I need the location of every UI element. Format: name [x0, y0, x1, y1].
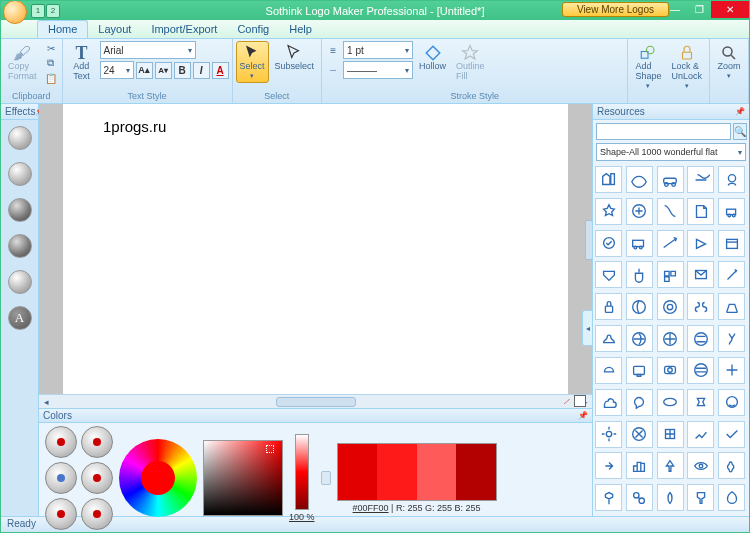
outline-fill-button[interactable]: Outline Fill — [452, 41, 489, 85]
copy-icon[interactable]: ⧉ — [43, 56, 59, 70]
close-button[interactable]: ✕ — [711, 1, 749, 18]
search-icon[interactable]: 🔍 — [733, 123, 747, 140]
maximize-button[interactable]: ❐ — [687, 1, 711, 18]
effect-text[interactable]: A — [8, 306, 32, 330]
shape-item-38[interactable] — [687, 389, 714, 416]
current-color-swatch[interactable] — [574, 395, 586, 407]
shape-item-6[interactable] — [626, 198, 653, 225]
subselect-button[interactable]: Subselect — [271, 41, 319, 75]
knob-5[interactable] — [45, 498, 77, 530]
shape-item-42[interactable] — [657, 421, 684, 448]
shape-item-50[interactable] — [595, 484, 622, 511]
font-size-up-button[interactable]: A▴ — [136, 62, 153, 79]
shape-item-45[interactable] — [595, 452, 622, 479]
saturation-value-box[interactable] — [203, 440, 283, 516]
eyedropper-icon[interactable]: ⟋ — [561, 395, 572, 407]
paste-icon[interactable]: 📋 — [43, 71, 59, 85]
knob-3[interactable] — [45, 462, 77, 494]
stroke-width-combo[interactable]: 1 pt▾ — [343, 41, 413, 59]
tab-home[interactable]: Home — [37, 20, 88, 38]
resource-search-input[interactable] — [596, 123, 731, 140]
shape-item-20[interactable] — [595, 293, 622, 320]
canvas[interactable]: 1progs.ru — [63, 104, 568, 394]
shape-item-25[interactable] — [595, 325, 622, 352]
qa-btn-2[interactable]: 2 — [46, 4, 60, 18]
italic-button[interactable]: I — [193, 62, 210, 79]
shape-item-19[interactable] — [718, 261, 745, 288]
knob-4[interactable] — [81, 462, 113, 494]
knob-2[interactable] — [81, 426, 113, 458]
shape-category-combo[interactable]: Shape-All 1000 wonderful flat▾ — [596, 143, 746, 161]
shape-item-2[interactable] — [657, 166, 684, 193]
lock-unlock-button[interactable]: Lock & UnLock▾ — [667, 41, 706, 92]
cut-icon[interactable]: ✂ — [43, 41, 59, 55]
stroke-dash-combo[interactable]: ———▾ — [343, 61, 413, 79]
shape-item-49[interactable] — [718, 452, 745, 479]
hollow-button[interactable]: Hollow — [415, 41, 450, 75]
knob-1[interactable] — [45, 426, 77, 458]
shape-item-54[interactable] — [718, 484, 745, 511]
knob-6[interactable] — [81, 498, 113, 530]
shape-item-36[interactable] — [626, 389, 653, 416]
pin-icon[interactable]: 📌 — [578, 411, 588, 421]
shape-item-0[interactable] — [595, 166, 622, 193]
color-wheel[interactable] — [119, 439, 197, 517]
shape-item-37[interactable] — [657, 389, 684, 416]
shape-item-48[interactable] — [687, 452, 714, 479]
shape-item-32[interactable] — [657, 357, 684, 384]
effect-matte[interactable] — [8, 198, 32, 222]
effect-glossy-1[interactable] — [8, 126, 32, 150]
shape-item-40[interactable] — [595, 421, 622, 448]
shape-item-7[interactable] — [657, 198, 684, 225]
shape-item-52[interactable] — [657, 484, 684, 511]
shape-item-23[interactable] — [687, 293, 714, 320]
opacity-value[interactable]: 100 % — [289, 512, 315, 522]
pin-icon[interactable]: 📌 — [735, 107, 745, 117]
shape-item-39[interactable] — [718, 389, 745, 416]
minimize-button[interactable]: — — [663, 1, 687, 18]
hscrollbar[interactable]: ◂ ▸ — [39, 394, 592, 408]
shape-item-11[interactable] — [626, 230, 653, 257]
view-more-logos-button[interactable]: View More Logos — [562, 2, 669, 17]
swatch-4[interactable] — [456, 444, 496, 500]
stroke-style-icon[interactable]: ≡ — [325, 43, 341, 57]
shape-item-13[interactable] — [687, 230, 714, 257]
shape-item-22[interactable] — [657, 293, 684, 320]
shape-item-8[interactable] — [687, 198, 714, 225]
shape-item-46[interactable] — [626, 452, 653, 479]
tab-config[interactable]: Config — [227, 21, 279, 38]
shape-item-26[interactable] — [626, 325, 653, 352]
shape-item-16[interactable] — [626, 261, 653, 288]
add-shape-button[interactable]: Add Shape▾ — [631, 41, 665, 92]
shape-item-27[interactable] — [657, 325, 684, 352]
zoom-button[interactable]: Zoom▾ — [713, 41, 745, 83]
collapse-toggle[interactable] — [321, 471, 331, 485]
shape-item-1[interactable] — [626, 166, 653, 193]
shape-item-34[interactable] — [718, 357, 745, 384]
shape-item-53[interactable] — [687, 484, 714, 511]
stroke-dash-icon[interactable]: ┄ — [325, 63, 341, 77]
add-text-button[interactable]: T Add Text — [66, 41, 98, 85]
select-button[interactable]: Select▾ — [236, 41, 269, 83]
shape-item-33[interactable] — [687, 357, 714, 384]
shape-item-35[interactable] — [595, 389, 622, 416]
effect-light[interactable] — [8, 270, 32, 294]
hscroll-thumb[interactable] — [276, 397, 356, 407]
hue-strip[interactable] — [295, 434, 309, 510]
bold-button[interactable]: B — [174, 62, 191, 79]
font-size-combo[interactable]: 24▾ — [100, 61, 134, 79]
swatch-3[interactable] — [417, 444, 457, 500]
shape-item-21[interactable] — [626, 293, 653, 320]
tab-help[interactable]: Help — [279, 21, 322, 38]
shape-item-41[interactable] — [626, 421, 653, 448]
shape-item-28[interactable] — [687, 325, 714, 352]
swatch-2[interactable] — [377, 444, 417, 500]
resources-collapse-handle[interactable]: ◂ — [582, 310, 593, 346]
shape-item-3[interactable] — [687, 166, 714, 193]
shape-item-44[interactable] — [718, 421, 745, 448]
shape-item-47[interactable] — [657, 452, 684, 479]
swatch-1[interactable] — [338, 444, 378, 500]
shape-item-29[interactable] — [718, 325, 745, 352]
copy-format-button[interactable]: 🖌 Copy Format — [4, 41, 41, 85]
tab-import-export[interactable]: Import/Export — [141, 21, 227, 38]
